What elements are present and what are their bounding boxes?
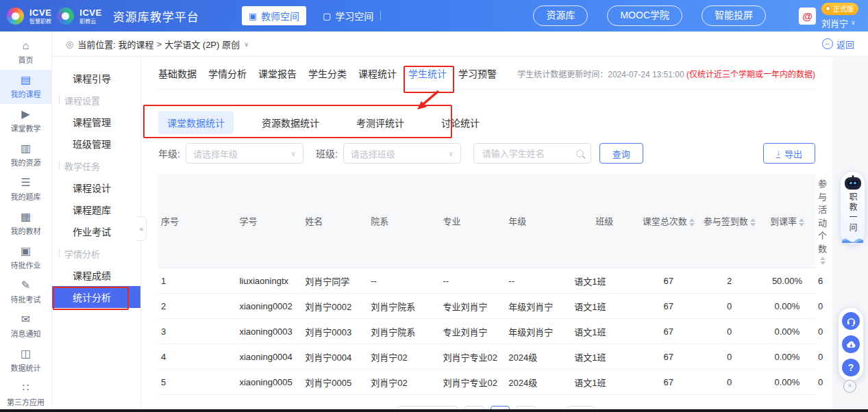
search-icon[interactable]: [576, 150, 584, 157]
table-row[interactable]: 4 xiaoning0004 刘肖宁0004 刘肖宁02 刘肖宁专业02 202…: [158, 344, 815, 370]
logo-secondary-sub: 职教云: [79, 19, 101, 25]
table-row[interactable]: 5 xiaoning0005 刘肖宁0005 刘肖宁02 刘肖宁专业02 202…: [158, 370, 815, 395]
submenu-item-course-grades[interactable]: 课程成绩: [52, 264, 140, 286]
tab-classroom-report[interactable]: 课堂报告: [258, 66, 297, 80]
col-total-sessions[interactable]: 课堂总次数: [637, 174, 699, 268]
mini-app-icon[interactable]: @: [799, 8, 816, 25]
sort-icon[interactable]: [750, 218, 756, 227]
back-arrow-icon: ←: [822, 38, 833, 49]
col-checkins[interactable]: 参与签到数: [699, 174, 759, 268]
download-center-button[interactable]: [842, 335, 860, 353]
sidebar-item-notifications[interactable]: ✉ 消息通知: [0, 309, 51, 344]
submenu-group-teaching-tasks[interactable]: 教学任务: [52, 155, 140, 177]
cell-total-sessions: 67: [637, 344, 699, 370]
col-major[interactable]: 专业: [440, 174, 506, 268]
header-pill-link[interactable]: 资源库: [533, 5, 588, 26]
learning-space-icon: ▢: [323, 12, 331, 21]
main-tabs: 基础数据学情分析课堂报告学生分类课程统计学生统计学习预警: [158, 66, 497, 80]
sidebar-item-third-party-apps[interactable]: ∷ 第三方应用: [0, 378, 51, 412]
assistant-widget[interactable]: 职教一问: [840, 171, 865, 245]
brand-area: ICVE 智慧职教 ICVE 职教云 资源库教学平台: [7, 7, 199, 25]
tab-learning-warning[interactable]: 学习预警: [458, 66, 497, 80]
sort-icon[interactable]: [820, 257, 826, 265]
export-button[interactable]: ↓ 导出: [763, 143, 815, 164]
tab-student-classification[interactable]: 学生分类: [308, 66, 347, 80]
customer-service-button[interactable]: [842, 312, 860, 330]
sidebar-item-my-courses[interactable]: ▤ 我的课程: [0, 70, 51, 104]
submenu-item-course-design[interactable]: 课程设计: [52, 177, 140, 198]
cell-student-id: xiaoning0003: [236, 319, 302, 344]
sidebar-item-pending-homework[interactable]: ▣ 待批作业: [0, 241, 51, 275]
submenu-item-statistical-analysis[interactable]: 统计分析: [52, 286, 140, 308]
nav-learning-space[interactable]: ▢ 学习空间: [316, 6, 380, 25]
submenu-item-course-management[interactable]: 课程管理: [52, 111, 140, 133]
sort-icon[interactable]: [799, 218, 804, 227]
submenu-group-learning-analysis[interactable]: 学情分析: [52, 242, 140, 264]
nav-teacher-space[interactable]: ▣ 教师空间: [242, 6, 306, 25]
header-pill-link[interactable]: 智能投屏: [702, 5, 766, 26]
cell-class: 语文1班: [571, 319, 637, 344]
close-icon: ×: [848, 382, 852, 389]
chevron-down-icon: ∨: [448, 150, 453, 157]
col-department[interactable]: 院系: [368, 174, 440, 268]
sidebar-item-data-statistics[interactable]: ◫ 数据统计: [0, 344, 51, 378]
submenu-item-class-management[interactable]: 班级管理: [52, 133, 140, 155]
sidebar-item-my-resources[interactable]: ▥ 我的资源: [0, 138, 51, 172]
table-row[interactable]: 1 liuxiaoningtx 刘肖宁同学 -- -- -- 语文1班 67 2…: [158, 268, 815, 294]
tab-student-statistics[interactable]: 学生统计: [408, 66, 447, 80]
sidebar-item-my-textbooks[interactable]: ▦ 我的教材: [0, 207, 51, 241]
cell-attendance-rate: 0.00%: [759, 344, 815, 370]
headset-icon: [846, 316, 856, 326]
update-time-label: 学生统计数据更新时间：2024-07-24 13:51:00: [517, 70, 684, 79]
sidebar-item-classroom-teaching[interactable]: ▶ 课堂教学: [0, 104, 51, 138]
cell-attendance-rate: 0.00%: [759, 294, 815, 319]
breadcrumb-current[interactable]: 大学语文 (2P) 原创: [164, 38, 240, 51]
subtab-classroom-data[interactable]: 课堂数据统计: [158, 111, 234, 134]
cell-department: 刘肖宁院系: [368, 294, 440, 319]
top-header: ICVE 智慧职教 ICVE 职教云 资源库教学平台 ▣ 教师空间 ▢ 学习空间: [0, 0, 868, 31]
grade-select[interactable]: 请选择年级 ∨: [186, 143, 303, 164]
close-floating-button[interactable]: ×: [843, 380, 856, 393]
cell-grade: 年级刘肖宁: [506, 319, 571, 344]
user-menu[interactable]: 刘肖宁 ∨: [821, 16, 856, 29]
header-pill-link[interactable]: MOOC学院: [607, 5, 682, 26]
submenu-item-homework-exams[interactable]: 作业考试: [52, 220, 140, 242]
student-name-input[interactable]: [481, 148, 576, 159]
col-grade[interactable]: 年级: [506, 174, 571, 268]
subtab-assessment[interactable]: 考测评统计: [347, 111, 413, 134]
subtab-discussion[interactable]: 讨论统计: [432, 111, 488, 134]
cell-grade: 2024级: [506, 370, 571, 395]
subtab-resource-data[interactable]: 资源数据统计: [253, 111, 328, 134]
help-button[interactable]: ?: [842, 359, 860, 376]
tab-learning-analysis[interactable]: 学情分析: [208, 66, 247, 80]
col-class[interactable]: 班级: [571, 174, 637, 268]
breadcrumb-root[interactable]: 我的课程: [119, 38, 154, 51]
sort-icon[interactable]: [689, 218, 695, 227]
col-name[interactable]: 姓名: [302, 174, 368, 268]
submenu-item-course-question-bank[interactable]: 课程题库: [52, 198, 140, 220]
apps-icon: ∷: [0, 382, 51, 394]
submenu-group-course-settings[interactable]: 课程设置: [52, 89, 140, 111]
back-button[interactable]: ← 返回: [822, 38, 854, 51]
table-row[interactable]: 2 xiaoning0002 刘肖宁0002 刘肖宁院系 专业刘肖宁 年级刘肖宁…: [158, 294, 815, 319]
sidebar-item-pending-exams[interactable]: ✎ 待批考试: [0, 275, 51, 309]
list-icon: ☰: [0, 177, 51, 189]
search-button[interactable]: 查询: [599, 143, 643, 164]
main-content: 基础数据学情分析课堂报告学生分类课程统计学生统计学习预警 学生统计数据更新时间：…: [141, 57, 832, 409]
table-row[interactable]: 3 xiaoning0003 刘肖宁0003 刘肖宁院系 专业刘肖宁 年级刘肖宁…: [158, 319, 815, 344]
sidebar-item-home[interactable]: ⌂ 首页: [0, 36, 51, 70]
tab-course-statistics[interactable]: 课程统计: [358, 66, 397, 80]
cell-grade: --: [506, 268, 571, 294]
class-select[interactable]: 请选择班级 ∨: [343, 143, 461, 164]
tab-basic-data[interactable]: 基础数据: [158, 66, 197, 80]
submenu-item-course-guide[interactable]: 课程引导: [52, 67, 140, 89]
cell-attendance-rate: 0.00%: [759, 370, 815, 395]
col-attendance-rate[interactable]: 到课率: [759, 174, 815, 268]
sidebar-item-my-question-bank[interactable]: ☰ 我的题库: [0, 172, 51, 207]
cell-class: 语文1班: [571, 268, 637, 294]
col-index[interactable]: 序号: [158, 174, 236, 268]
col-student-id[interactable]: 学号: [236, 174, 302, 268]
collapse-sidebar-handle[interactable]: «: [137, 216, 147, 241]
chevron-down-icon: ∨: [851, 19, 856, 26]
chevron-down-icon[interactable]: ∨: [244, 40, 249, 48]
